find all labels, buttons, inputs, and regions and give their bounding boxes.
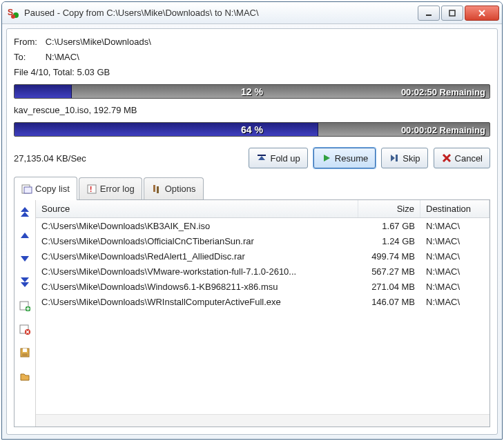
table-row[interactable]: C:\Users\Mike\Downloads\WRInstallCompute… [36,294,490,309]
cell-source: C:\Users\Mike\Downloads\WRInstallCompute… [36,297,358,307]
svg-marker-8 [391,155,395,161]
total-progress-bar: 12 % 00:02:50 Remaining [14,84,490,99]
cell-source: C:\Users\Mike\Downloads\VMware-workstati… [36,266,358,277]
tab-error-log[interactable]: !Error log [79,177,142,199]
cell-destination: N:\MAC\ [420,251,490,262]
skip-button[interactable]: Skip [381,148,427,168]
svg-text:!: ! [90,186,92,193]
skip-icon [389,153,400,164]
open-button[interactable] [17,369,32,384]
cell-size: 271.04 MB [358,282,420,292]
svg-rect-6 [258,155,266,156]
move-top-button[interactable] [17,204,32,219]
file-progress-percent: 64 % [241,124,263,135]
foldup-button[interactable]: Fold up [249,148,307,168]
to-label: To: [14,50,43,65]
move-bottom-button[interactable] [17,275,32,290]
table-row[interactable]: C:\Users\Mike\Downloads\OfficialCnCTiber… [36,233,490,248]
save-button[interactable] [17,345,32,360]
tab-options[interactable]: Options [144,177,204,199]
svg-rect-14 [153,185,155,192]
cell-source: C:\Users\Mike\Downloads\Windows6.1-KB968… [36,282,358,292]
cell-size: 499.74 MB [358,251,420,262]
tab-copy-list[interactable]: Copy list [14,177,77,200]
maximize-button[interactable] [441,6,463,21]
from-path: C:\Users\Mike\Downloads\ [46,37,151,47]
svg-point-2 [11,14,15,19]
titlebar[interactable]: S Paused - Copy from C:\Users\Mike\Downl… [2,2,502,24]
move-up-button[interactable] [17,228,32,243]
total-progress-percent: 12 % [241,86,263,97]
total-time-remaining: 00:02:50 Remaining [401,86,485,97]
file-list: Source Size Destination C:\Users\Mike\Do… [35,200,490,427]
svg-marker-5 [258,156,265,160]
cell-size: 1.24 GB [358,236,420,246]
cell-source: C:\Users\Mike\Downloads\RedAlert1_Allied… [36,251,358,262]
svg-rect-28 [22,353,28,357]
error-icon: ! [86,184,97,195]
table-row[interactable]: C:\Users\Mike\Downloads\VMware-workstati… [36,264,490,279]
remove-button[interactable] [17,322,32,337]
to-row: To: N:\MAC\ [14,50,490,65]
svg-marker-20 [21,277,29,282]
list-body[interactable]: C:\Users\Mike\Downloads\KB3AIK_EN.iso1.6… [36,218,490,414]
from-label: From: [14,35,43,50]
table-row[interactable]: C:\Users\Mike\Downloads\KB3AIK_EN.iso1.6… [36,218,490,233]
column-size[interactable]: Size [358,200,420,217]
file-time-remaining: 00:00:02 Remaining [401,124,485,135]
cell-size: 146.07 MB [358,297,420,307]
transfer-speed: 27,135.04 KB/Sec [14,153,243,164]
column-source[interactable]: Source [36,200,358,217]
svg-rect-4 [449,10,455,16]
list-toolbar [14,200,35,427]
file-progress-bar: 64 % 00:00:02 Remaining [14,122,490,137]
svg-marker-21 [21,282,29,287]
minimize-button[interactable] [418,6,440,21]
content-area: From: C:\Users\Mike\Downloads\ To: N:\MA… [6,28,498,435]
cell-destination: N:\MAC\ [420,297,490,307]
to-path: N:\MAC\ [46,52,79,62]
table-row[interactable]: C:\Users\Mike\Downloads\RedAlert1_Allied… [36,248,490,264]
svg-marker-7 [324,155,330,161]
cell-source: C:\Users\Mike\Downloads\OfficialCnCTiber… [36,236,358,246]
app-window: S Paused - Copy from C:\Users\Mike\Downl… [1,1,503,440]
play-icon [321,153,332,164]
svg-rect-3 [426,14,432,16]
horizontal-scrollbar[interactable] [36,414,490,427]
svg-marker-18 [21,233,29,238]
svg-marker-17 [21,212,29,217]
from-row: From: C:\Users\Mike\Downloads\ [14,35,490,50]
move-down-button[interactable] [17,251,32,266]
cell-destination: N:\MAC\ [420,236,490,246]
cell-destination: N:\MAC\ [420,221,490,231]
window-title: Paused - Copy from C:\Users\Mike\Downloa… [24,8,418,18]
options-icon [151,184,162,195]
svg-rect-9 [396,155,398,161]
cancel-icon [441,153,452,164]
column-destination[interactable]: Destination [420,200,490,217]
current-file-label: kav_rescue_10.iso, 192.79 MB [14,103,490,118]
svg-rect-27 [23,349,27,352]
cell-size: 567.27 MB [358,266,420,277]
app-icon: S [8,7,20,19]
table-row[interactable]: C:\Users\Mike\Downloads\Windows6.1-KB968… [36,279,490,294]
list-icon [21,184,32,195]
cancel-button[interactable]: Cancel [434,148,490,168]
svg-marker-16 [21,207,29,212]
tabs: Copy list !Error log Options [14,177,490,199]
add-button[interactable] [17,298,32,313]
total-progress-label: File 4/10, Total: 5.03 GB [14,65,490,80]
svg-rect-15 [157,186,159,193]
svg-marker-19 [21,256,29,262]
tab-body: Source Size Destination C:\Users\Mike\Do… [14,199,490,427]
svg-rect-11 [24,187,32,193]
close-button[interactable] [465,6,499,21]
cell-source: C:\Users\Mike\Downloads\KB3AIK_EN.iso [36,221,358,231]
cell-size: 1.67 GB [358,221,420,231]
resume-button[interactable]: Resume [313,148,376,168]
cell-destination: N:\MAC\ [420,266,490,277]
cell-destination: N:\MAC\ [420,282,490,292]
foldup-icon [256,153,267,164]
list-header: Source Size Destination [36,200,490,218]
